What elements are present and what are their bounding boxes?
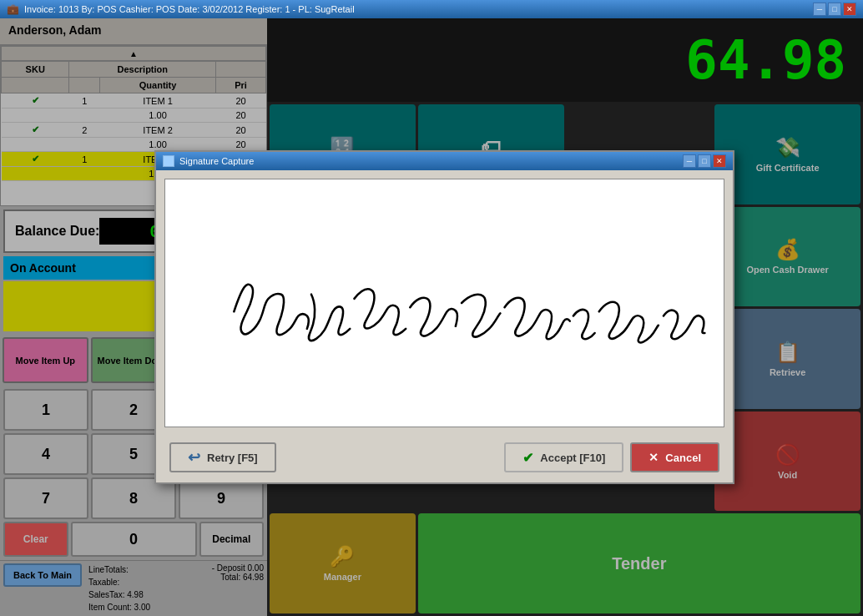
restore-button[interactable]: □ (828, 3, 841, 16)
sig-dialog-icon (163, 155, 174, 167)
signature-dialog-titlebar: Signature Capture ─ □ ✕ (156, 152, 733, 170)
sig-minimize-button[interactable]: ─ (683, 154, 696, 168)
cancel-x-icon: ✕ (649, 451, 659, 464)
signature-svg (165, 179, 724, 427)
signature-canvas (164, 179, 724, 427)
cancel-label: Cancel (665, 452, 701, 464)
sig-dialog-title: Signature Capture (179, 156, 683, 166)
accept-check-icon: ✔ (522, 450, 533, 466)
sig-restore-button[interactable]: □ (698, 154, 711, 168)
minimize-button[interactable]: ─ (813, 3, 826, 16)
sig-close-button[interactable]: ✕ (713, 154, 726, 168)
retry-icon: ↩ (188, 448, 200, 467)
app-icon: 💼 (7, 3, 19, 15)
retry-button[interactable]: ↩ Retry [F5] (169, 442, 276, 472)
accept-label: Accept [F10] (540, 452, 605, 464)
title-text: Invoice: 1013 By: POS Cashier: POS Date:… (24, 4, 813, 14)
signature-capture-dialog: Signature Capture ─ □ ✕ ↩ Retry [F5] ✔ (154, 150, 734, 484)
titlebar: 💼 Invoice: 1013 By: POS Cashier: POS Dat… (0, 0, 863, 18)
retry-label: Retry [F5] (207, 452, 258, 464)
accept-button[interactable]: ✔ Accept [F10] (504, 442, 623, 472)
close-button[interactable]: ✕ (843, 3, 856, 16)
cancel-button[interactable]: ✕ Cancel (630, 442, 719, 472)
